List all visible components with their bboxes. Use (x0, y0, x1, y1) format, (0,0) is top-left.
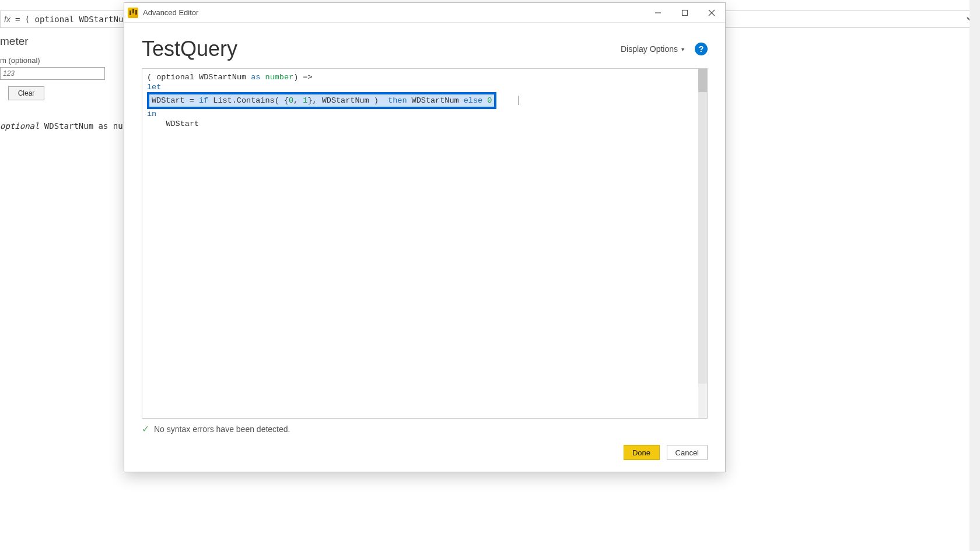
close-button[interactable] (698, 3, 725, 23)
viewport-scrollbar[interactable] (970, 0, 980, 551)
parameter-input[interactable] (0, 67, 105, 80)
advanced-editor-dialog: Advanced Editor TestQuery Display Option… (124, 2, 726, 472)
svg-rect-1 (682, 10, 688, 15)
bg-panel-title: meter (0, 35, 29, 48)
query-name: TestQuery (142, 37, 237, 61)
display-options-dropdown[interactable]: Display Options ▾ (621, 44, 684, 54)
code-content: ( optional WDStartNum as number) => let … (142, 69, 707, 418)
fx-icon: fx (4, 15, 10, 24)
bg-field-label: m (optional) (0, 56, 40, 65)
formula-text: = ( optional WDStartNum a (15, 15, 138, 24)
code-editor[interactable]: ( optional WDStartNum as number) => let … (142, 68, 708, 419)
titlebar: Advanced Editor (124, 3, 725, 23)
dialog-header: TestQuery Display Options ▾ ? (124, 23, 725, 68)
maximize-button[interactable] (671, 3, 698, 23)
dialog-buttons: Done Cancel (124, 434, 725, 472)
dialog-title: Advanced Editor (143, 8, 198, 17)
editor-scrollbar[interactable] (698, 69, 707, 418)
help-icon[interactable]: ? (695, 43, 708, 55)
minimize-button[interactable] (645, 3, 671, 23)
chevron-down-icon: ▾ (681, 46, 684, 52)
check-icon: ✓ (142, 423, 149, 434)
cancel-button[interactable]: Cancel (667, 445, 708, 460)
app-icon (128, 8, 138, 18)
window-controls (645, 3, 725, 23)
done-button[interactable]: Done (624, 445, 660, 460)
status-text: No syntax errors have been detected. (154, 424, 290, 434)
text-cursor (519, 96, 519, 105)
clear-button[interactable]: Clear (8, 86, 44, 100)
display-options-label: Display Options (621, 44, 678, 54)
highlighted-line: WDStart = if List.Contains( {0, 1}, WDSt… (147, 92, 496, 109)
syntax-status: ✓ No syntax errors have been detected. (142, 423, 708, 434)
